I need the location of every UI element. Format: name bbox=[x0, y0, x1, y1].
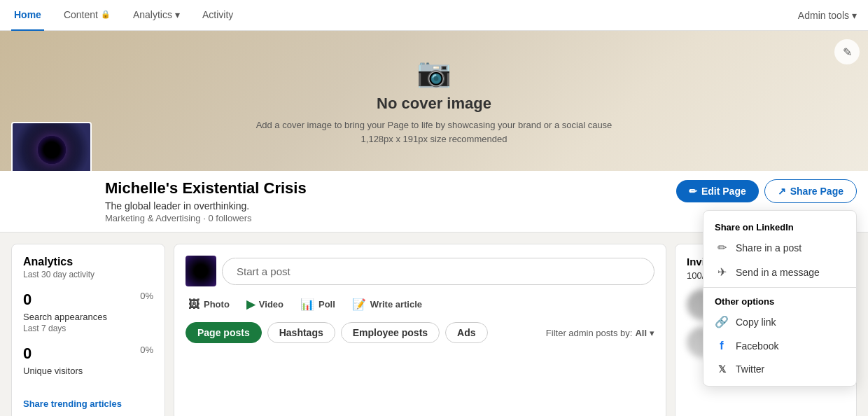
poll-icon: 📊 bbox=[300, 298, 314, 311]
nav-analytics-label: Analytics bbox=[133, 9, 172, 20]
analytics-period: Last 30 day activity bbox=[23, 270, 153, 279]
post-action-poll[interactable]: 📊 Poll bbox=[300, 298, 335, 311]
page-tagline: The global leader in overthinking. bbox=[105, 200, 307, 212]
cover-area: 📷 No cover image Add a cover image to br… bbox=[0, 31, 868, 171]
metric-row-2: 0 0% bbox=[23, 345, 153, 363]
cover-title: No cover image bbox=[256, 95, 612, 113]
share-page-wrapper: ↗ Share Page Share on LinkedIn ✏ Share i… bbox=[764, 179, 857, 203]
start-post-input[interactable]: Start a post bbox=[222, 258, 654, 285]
write-icon: 📝 bbox=[352, 298, 366, 311]
metric-pct-1: 0% bbox=[140, 291, 153, 301]
dropdown-section-other: Other options bbox=[704, 291, 856, 310]
profile-pic-image bbox=[13, 123, 90, 176]
filter-tabs: Page posts Hashtags Employee posts Ads F… bbox=[186, 322, 654, 343]
share-page-button[interactable]: ↗ Share Page bbox=[764, 179, 857, 203]
facebook-icon: f bbox=[715, 340, 729, 352]
video-icon: ▶ bbox=[246, 298, 255, 311]
nav-item-activity[interactable]: Activity bbox=[200, 0, 236, 31]
nav-item-analytics[interactable]: Analytics ▾ bbox=[130, 0, 183, 31]
nav-home-label: Home bbox=[14, 9, 41, 20]
metric-period-1: Last 7 days bbox=[23, 324, 153, 333]
admin-tools-label: Admin tools bbox=[798, 10, 849, 21]
metric-number-2: 0 bbox=[23, 345, 31, 363]
page-actions: ✏ Edit Page ↗ Share Page Share on Linked… bbox=[676, 179, 857, 203]
admin-tools-btn[interactable]: Admin tools ▾ bbox=[798, 10, 857, 21]
nav-content-label: Content bbox=[64, 9, 98, 20]
share-trending-articles[interactable]: Share trending articles bbox=[23, 398, 153, 409]
metric-label-1: Search appearances bbox=[23, 312, 153, 322]
post-area: Start a post 🖼 Photo ▶ Video 📊 Poll 📝 Wr… bbox=[174, 244, 666, 416]
metric-period-2 bbox=[23, 377, 153, 387]
metric-label-2: Unique visitors bbox=[23, 366, 153, 376]
metric-number-1: 0 bbox=[23, 291, 31, 309]
page-meta: Marketing & Advertising · 0 followers bbox=[105, 213, 307, 223]
photo-icon: 🖼 bbox=[188, 298, 200, 311]
nav-left: Home Content 🔒 Analytics ▾ Activity bbox=[11, 0, 236, 31]
black-hole-graphic bbox=[38, 136, 66, 164]
cover-content: 📷 No cover image Add a cover image to br… bbox=[256, 56, 612, 146]
twitter-icon: 𝕏 bbox=[715, 363, 729, 375]
tab-employee-posts[interactable]: Employee posts bbox=[341, 322, 440, 343]
chevron-down-icon: ▾ bbox=[175, 9, 180, 20]
post-start-row: Start a post bbox=[186, 256, 654, 286]
nav-item-home[interactable]: Home bbox=[11, 0, 44, 31]
camera-icon: 📷 bbox=[256, 56, 612, 89]
post-actions-row: 🖼 Photo ▶ Video 📊 Poll 📝 Write article bbox=[186, 298, 654, 311]
link-icon: 🔗 bbox=[715, 315, 729, 328]
chevron-down-icon-admin: ▾ bbox=[852, 10, 857, 21]
message-icon: ✈ bbox=[715, 265, 729, 279]
dropdown-section-linkedin: Share on LinkedIn bbox=[704, 216, 856, 235]
pencil-icon: ✏ bbox=[689, 186, 697, 197]
lock-icon: 🔒 bbox=[101, 10, 111, 19]
post-action-video[interactable]: ▶ Video bbox=[246, 298, 284, 311]
top-nav: Home Content 🔒 Analytics ▾ Activity Admi… bbox=[0, 0, 868, 31]
edit-page-button[interactable]: ✏ Edit Page bbox=[676, 180, 759, 202]
analytics-title: Analytics bbox=[23, 256, 153, 268]
dropdown-share-in-post[interactable]: ✏ Share in a post bbox=[704, 235, 856, 260]
post-action-photo[interactable]: 🖼 Photo bbox=[188, 298, 230, 311]
page-info-bar: Michelle's Existential Crisis The global… bbox=[0, 171, 868, 233]
cover-subtitle: Add a cover image to bring your Page to … bbox=[256, 118, 612, 146]
metric-pct-2: 0% bbox=[140, 345, 153, 355]
filter-admin: Filter admin posts by: All ▾ bbox=[546, 328, 654, 338]
dropdown-divider bbox=[704, 287, 856, 288]
dropdown-facebook[interactable]: f Facebook bbox=[704, 334, 856, 358]
share-icon: ↗ bbox=[778, 186, 786, 197]
tab-page-posts[interactable]: Page posts bbox=[186, 322, 262, 343]
post-avatar bbox=[186, 256, 216, 286]
dropdown-twitter[interactable]: 𝕏 Twitter bbox=[704, 358, 856, 380]
analytics-card: Analytics Last 30 day activity 0 0% Sear… bbox=[11, 244, 165, 416]
metric-row-1: 0 0% bbox=[23, 291, 153, 309]
dropdown-send-in-message[interactable]: ✈ Send in a message bbox=[704, 260, 856, 284]
profile-picture[interactable] bbox=[11, 122, 92, 178]
nav-item-content[interactable]: Content 🔒 bbox=[61, 0, 113, 31]
cover-edit-btn[interactable]: ✎ bbox=[834, 39, 860, 64]
tab-hashtags[interactable]: Hashtags bbox=[267, 322, 335, 343]
page-info-left: Michelle's Existential Crisis The global… bbox=[105, 179, 307, 223]
pencil-icon-dropdown: ✏ bbox=[715, 241, 729, 254]
share-dropdown: Share on LinkedIn ✏ Share in a post ✈ Se… bbox=[703, 210, 857, 387]
nav-activity-label: Activity bbox=[202, 9, 233, 20]
post-action-write[interactable]: 📝 Write article bbox=[352, 298, 422, 311]
filter-chevron-icon[interactable]: ▾ bbox=[650, 328, 654, 338]
dropdown-copy-link[interactable]: 🔗 Copy link bbox=[704, 310, 856, 334]
tab-ads[interactable]: Ads bbox=[445, 322, 487, 343]
page-name: Michelle's Existential Crisis bbox=[105, 179, 307, 197]
